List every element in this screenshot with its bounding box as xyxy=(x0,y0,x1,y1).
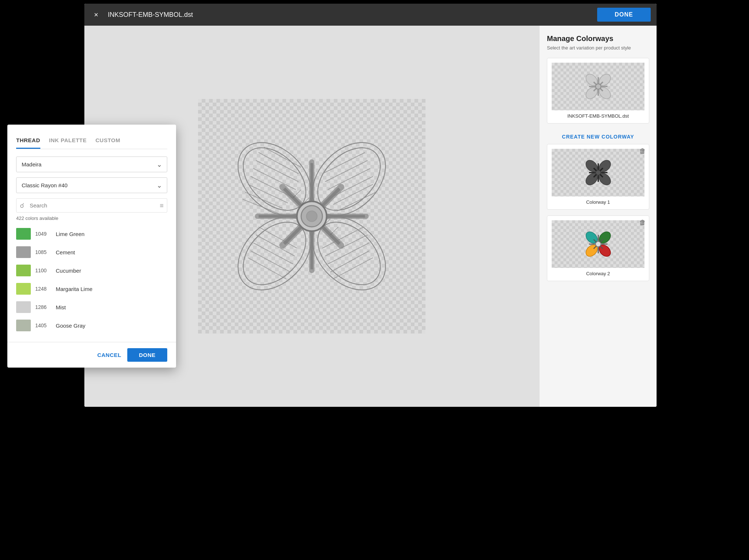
svg-line-30 xyxy=(333,258,373,279)
brand-select[interactable]: Madeira Robison-Anton Isacord Sulky Brot… xyxy=(16,156,167,172)
color-code: 1286 xyxy=(35,304,51,310)
color-swatch xyxy=(16,301,31,313)
color-list-item[interactable]: 1100 Cucumber xyxy=(16,261,167,280)
color-list-item[interactable]: 1049 Lime Green xyxy=(16,225,167,243)
svg-line-28 xyxy=(330,251,369,272)
colorway-symbol-2 xyxy=(582,228,615,261)
tab-custom[interactable]: CUSTOM xyxy=(95,132,120,149)
type-select-wrapper: Classic Rayon #40 Polyneon #40 Metallic … xyxy=(16,177,167,193)
colorway-img-1 xyxy=(552,149,644,196)
color-swatch xyxy=(16,228,31,240)
tab-thread[interactable]: THREAD xyxy=(16,132,40,149)
color-picker-dialog: THREAD INK PALETTE CUSTOM Madeira Robiso… xyxy=(7,125,176,368)
colorway-symbol-original xyxy=(582,70,615,103)
delete-colorway1-icon[interactable]: 🗑 xyxy=(639,147,646,155)
canvas-inner xyxy=(198,99,425,334)
right-panel: Manage Colorways Select the art variatio… xyxy=(539,26,657,407)
color-name: Lime Green xyxy=(56,231,84,237)
tab-ink-palette[interactable]: INK PALETTE xyxy=(49,132,87,149)
colors-count: 422 colors available xyxy=(16,215,167,221)
svg-point-56 xyxy=(595,170,600,175)
color-swatch xyxy=(16,265,31,276)
color-swatch xyxy=(16,246,31,258)
colorway-card-1[interactable]: 🗑 xyxy=(547,144,649,210)
dialog-body: Madeira Robison-Anton Isacord Sulky Brot… xyxy=(7,149,176,342)
color-name: Mist xyxy=(56,304,66,310)
svg-line-12 xyxy=(328,169,370,190)
color-code: 1248 xyxy=(35,286,51,292)
dialog-done-button[interactable]: DONE xyxy=(127,348,167,362)
colorway-card-2[interactable]: 🗑 xyxy=(547,215,649,281)
colorway-symbol-1 xyxy=(582,156,615,189)
svg-line-9 xyxy=(243,199,279,214)
svg-line-2 xyxy=(253,169,296,190)
search-wrapper: ☌ ≡ xyxy=(16,198,167,213)
colorway-label-original: INKSOFT-EMB-SYMBOL.dst xyxy=(552,113,644,119)
svg-point-47 xyxy=(595,84,600,89)
color-swatch xyxy=(16,283,31,295)
colorway-label-1: Colorway 1 xyxy=(552,199,644,205)
title-bar-left: × INKSOFT-EMB-SYMBOL.dst xyxy=(90,9,193,21)
panel-subtitle: Select the art variation per product sty… xyxy=(547,45,649,51)
panel-title: Manage Colorways xyxy=(547,34,649,43)
svg-line-21 xyxy=(251,251,291,272)
filter-icon[interactable]: ≡ xyxy=(160,202,164,209)
color-code: 1085 xyxy=(35,249,51,255)
color-swatch xyxy=(16,320,31,331)
color-name: Margarita Lime xyxy=(56,286,92,292)
colorway-label-2: Colorway 2 xyxy=(552,271,644,276)
svg-point-34 xyxy=(307,211,317,222)
color-code: 1100 xyxy=(35,268,51,273)
dialog-tabs: THREAD INK PALETTE CUSTOM xyxy=(16,132,167,149)
svg-line-17 xyxy=(337,192,376,211)
svg-line-7 xyxy=(245,192,283,209)
svg-line-23 xyxy=(248,258,286,279)
svg-point-65 xyxy=(595,242,600,247)
color-name: Goose Gray xyxy=(56,323,85,329)
svg-line-35 xyxy=(293,190,301,198)
delete-colorway2-icon[interactable]: 🗑 xyxy=(639,219,646,226)
cancel-button[interactable]: CANCEL xyxy=(97,348,121,362)
color-list-item[interactable]: 1085 Cement xyxy=(16,243,167,261)
colorway-img-2 xyxy=(552,220,644,268)
svg-line-38 xyxy=(330,227,339,235)
window-title: INKSOFT-EMB-SYMBOL.dst xyxy=(108,11,193,19)
color-name: Cement xyxy=(56,249,75,255)
dialog-footer: CANCEL DONE xyxy=(7,342,176,368)
dialog-header: THREAD INK PALETTE CUSTOM xyxy=(7,125,176,149)
svg-line-20 xyxy=(253,243,293,264)
color-name: Cucumber xyxy=(56,268,81,274)
svg-line-4 xyxy=(256,161,299,182)
color-list-item[interactable]: 1405 Goose Gray xyxy=(16,316,167,335)
colorway-img-original xyxy=(552,63,644,110)
create-colorway-button[interactable]: CREATE NEW COLORWAY xyxy=(547,129,649,144)
color-list-item[interactable]: 1248 Margarita Lime xyxy=(16,280,167,298)
svg-line-8 xyxy=(264,147,302,167)
svg-line-27 xyxy=(328,243,369,264)
main-done-button[interactable]: DONE xyxy=(597,8,651,22)
svg-line-14 xyxy=(325,161,368,182)
colorway-card-original[interactable]: INKSOFT-EMB-SYMBOL.dst xyxy=(547,58,649,124)
color-code: 1049 xyxy=(35,231,51,237)
title-bar: × INKSOFT-EMB-SYMBOL.dst DONE xyxy=(84,4,657,26)
color-list: 1049 Lime Green 1085 Cement 1100 Cucumbe… xyxy=(16,225,167,335)
brand-select-wrapper: Madeira Robison-Anton Isacord Sulky Brot… xyxy=(16,156,167,172)
svg-line-16 xyxy=(322,152,365,174)
color-list-item[interactable]: 1286 Mist xyxy=(16,298,167,316)
search-icon: ☌ xyxy=(20,202,24,210)
color-code: 1405 xyxy=(35,323,51,328)
embroidery-preview xyxy=(205,110,418,323)
close-button[interactable]: × xyxy=(90,9,102,21)
type-select[interactable]: Classic Rayon #40 Polyneon #40 Metallic … xyxy=(16,177,167,193)
search-input[interactable] xyxy=(16,198,167,213)
